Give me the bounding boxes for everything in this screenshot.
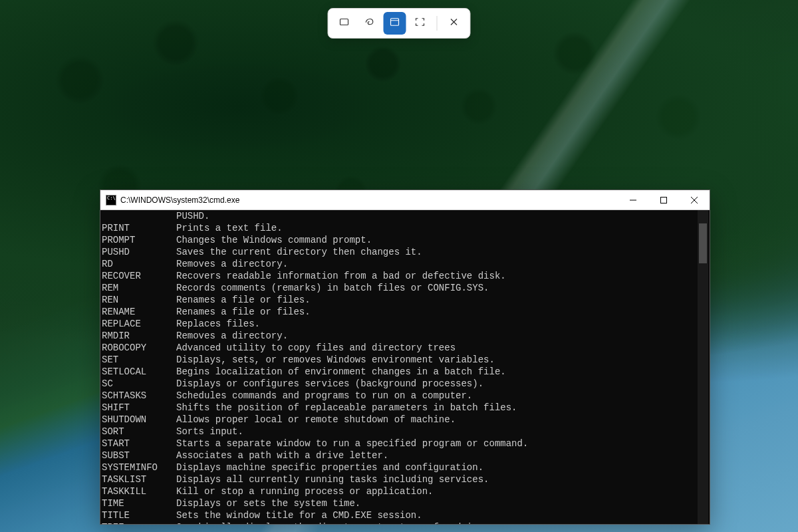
command-name: RMDIR [102,330,176,342]
command-description: Changes the Windows command prompt. [176,234,372,246]
command-description: Displays or configures services (backgro… [176,378,483,390]
titlebar[interactable]: C:\WINDOWS\system32\cmd.exe [100,190,710,210]
command-name: PRINT [102,222,176,234]
fullscreen-snip-button[interactable] [409,12,432,35]
svg-rect-0 [340,19,348,25]
command-description: Sets the window title for a CMD.EXE sess… [176,509,422,521]
terminal-line: SCHTASKSSchedules commands and programs … [102,390,698,402]
terminal-line: REMRecords comments (remarks) in batch f… [102,282,698,294]
terminal-line: TREEGraphically displays the directory s… [102,521,698,524]
command-description: Displays or sets the system time. [176,497,360,509]
cmd-icon [106,195,116,205]
command-description: PUSHD. [176,210,209,222]
svg-rect-1 [391,19,399,26]
command-name: SHUTDOWN [102,414,176,426]
command-description: Starts a separate window to run a specif… [176,438,528,450]
terminal-line: PROMPTChanges the Windows command prompt… [102,234,698,246]
command-description: Advanced utility to copy files and direc… [176,342,456,354]
command-description: Renames a file or files. [176,294,311,306]
terminal-line: TASKLISTDisplays all currently running t… [102,473,698,485]
command-name: REN [102,294,176,306]
command-description: Kill or stop a running process or applic… [176,485,433,497]
command-description: Replaces files. [176,318,260,330]
command-name [102,210,176,222]
command-name: START [102,438,176,450]
command-name: SHIFT [102,402,176,414]
command-name: RD [102,258,176,270]
rectangular-snip-button[interactable] [333,12,356,35]
terminal-line: RMDIRRemoves a directory. [102,330,698,342]
terminal-line: ROBOCOPYAdvanced utility to copy files a… [102,342,698,354]
maximize-icon [660,194,667,206]
command-description: Displays, sets, or removes Windows envir… [176,354,495,366]
close-button[interactable] [679,190,710,209]
command-name: SETLOCAL [102,366,176,378]
terminal-line: SHUTDOWNAllows proper local or remote sh… [102,414,698,426]
snip-toolbar [328,8,471,39]
terminal-line: SUBSTAssociates a path with a drive lett… [102,450,698,462]
command-name: SCHTASKS [102,390,176,402]
terminal-body[interactable]: PUSHD.PRINTPrints a text file.PROMPTChan… [100,210,710,524]
terminal-line: SETDisplays, sets, or removes Windows en… [102,354,698,366]
command-description: Begins localization of environment chang… [176,366,506,378]
command-description: Displays all currently running tasks inc… [176,473,489,485]
command-description: Records comments (remarks) in batch file… [176,282,489,294]
terminal-line: PUSHD. [102,210,698,222]
command-description: Renames a file or files. [176,306,311,318]
terminal-line: RENRenames a file or files. [102,294,698,306]
rectangle-icon [338,16,350,31]
terminal-line: TIMEDisplays or sets the system time. [102,497,698,509]
close-icon [448,16,460,31]
terminal-line: SETLOCALBegins localization of environme… [102,366,698,378]
scrollbar-thumb[interactable] [699,223,707,263]
terminal-line: RECOVERRecovers readable information fro… [102,270,698,282]
command-name: TITLE [102,509,176,521]
command-name: RECOVER [102,270,176,282]
command-name: TASKKILL [102,485,176,497]
terminal-line: TITLESets the window title for a CMD.EXE… [102,509,698,521]
terminal-line: RDRemoves a directory. [102,258,698,270]
command-name: SC [102,378,176,390]
command-name: SORT [102,426,176,438]
window-controls [618,190,710,209]
freeform-snip-button[interactable] [358,12,381,35]
freeform-icon [364,16,376,31]
window-snip-button[interactable] [384,12,406,35]
command-description: Displays machine specific properties and… [176,462,483,473]
terminal-line: REPLACEReplaces files. [102,318,698,330]
command-description: Shifts the position of replaceable param… [176,402,517,414]
command-description: Sorts input. [176,426,243,438]
command-description: Allows proper local or remote shutdown o… [176,414,456,426]
fullscreen-icon [414,16,426,31]
cmd-window[interactable]: C:\WINDOWS\system32\cmd.exe PUSHD.PRINTP… [100,190,710,525]
command-name: PUSHD [102,246,176,258]
command-description: Associates a path with a drive letter. [176,450,388,462]
command-name: PROMPT [102,234,176,246]
command-description: Graphically displays the directory struc… [176,521,500,524]
terminal-line: SORTSorts input. [102,426,698,438]
minimize-icon [630,194,636,206]
maximize-button[interactable] [648,190,679,209]
terminal-line: SCDisplays or configures services (backg… [102,378,698,390]
snip-close-button[interactable] [443,12,466,35]
scrollbar[interactable] [698,210,708,524]
svg-rect-6 [661,197,667,203]
command-name: SET [102,354,176,366]
terminal-line: STARTStarts a separate window to run a s… [102,438,698,450]
terminal-line: PUSHDSaves the current directory then ch… [102,246,698,258]
command-name: TASKLIST [102,473,176,485]
command-name: RENAME [102,306,176,318]
command-name: REM [102,282,176,294]
command-name: SYSTEMINFO [102,462,176,473]
terminal-line: SHIFTShifts the position of replaceable … [102,402,698,414]
command-name: TREE [102,521,176,524]
terminal-line: RENAMERenames a file or files. [102,306,698,318]
minimize-button[interactable] [618,190,648,209]
close-icon [691,194,698,206]
command-description: Saves the current directory then changes… [176,246,422,258]
command-description: Prints a text file. [176,222,283,234]
command-description: Schedules commands and programs to run o… [176,390,472,402]
command-name: REPLACE [102,318,176,330]
toolbar-separator [437,16,438,31]
terminal-line: PRINTPrints a text file. [102,222,698,234]
